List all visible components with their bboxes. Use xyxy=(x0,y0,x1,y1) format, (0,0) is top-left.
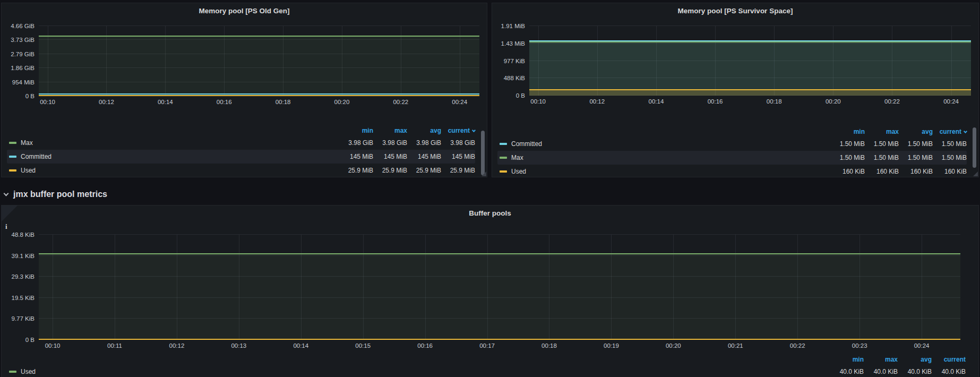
legend-series-name[interactable]: Used xyxy=(21,368,36,375)
legend-header-min[interactable]: min xyxy=(831,128,865,135)
legend-series-name[interactable]: Committed xyxy=(511,140,542,148)
legend-series-swatch[interactable] xyxy=(500,170,507,173)
legend-header-max[interactable]: max xyxy=(865,128,899,135)
legend-value-avg: 40.0 KiB xyxy=(898,368,932,375)
x-tick-label: 00:10 xyxy=(530,98,546,105)
x-tick-label: 00:12 xyxy=(99,99,114,105)
legend-value-avg: 160 KiB xyxy=(899,168,933,175)
chart-plot-area[interactable]: 0 B954 MiB1.86 GiB2.79 GiB3.73 GiB4.66 G… xyxy=(39,26,479,96)
legend-series-name[interactable]: Used xyxy=(511,168,526,175)
legend-series-swatch[interactable] xyxy=(9,156,16,158)
y-tick-label: 954 MiB xyxy=(4,79,35,86)
legend-series-swatch[interactable] xyxy=(500,157,507,159)
legend-series-swatch[interactable] xyxy=(500,143,507,145)
legend-header-current[interactable]: current xyxy=(933,128,967,135)
legend-series-name[interactable]: Used xyxy=(21,167,36,174)
y-tick-label: 977 KiB xyxy=(494,57,525,65)
y-tick-label: 1.43 MiB xyxy=(494,40,525,47)
series-line-used xyxy=(529,89,971,90)
y-tick-label: 1.86 GiB xyxy=(4,64,35,72)
x-tick-label: 00:18 xyxy=(767,98,782,105)
legend-series-name[interactable]: Max xyxy=(511,154,523,161)
x-tick-label: 00:21 xyxy=(728,342,743,349)
legend-header-max[interactable]: max xyxy=(373,127,407,134)
series-line-max xyxy=(39,36,479,37)
x-tick-label: 00:16 xyxy=(217,99,232,105)
legend-header-min[interactable]: min xyxy=(339,127,373,134)
y-tick-label: 0 B xyxy=(4,336,35,344)
y-tick-label: 2.79 GiB xyxy=(4,50,35,58)
gridline-y xyxy=(529,25,971,26)
x-tick-label: 00:17 xyxy=(479,342,495,349)
legend-value-min: 1.50 MiB xyxy=(831,154,865,161)
legend-row: Used160 KiB160 KiB160 KiB160 KiB xyxy=(497,165,967,178)
legend-series-used[interactable]: Used xyxy=(497,168,831,175)
legend-row: Committed1.50 MiB1.50 MiB1.50 MiB1.50 Mi… xyxy=(497,137,967,151)
series-fill-used xyxy=(39,254,960,340)
info-icon: i xyxy=(5,222,7,231)
panel-title[interactable]: Memory pool [PS Old Gen] xyxy=(2,4,487,18)
legend: minmaxavgcurrentMax3.98 GiB3.98 GiB3.98 … xyxy=(7,125,475,177)
legend-series-max[interactable]: Max xyxy=(497,154,831,161)
legend-series-max[interactable]: Max xyxy=(7,139,339,147)
grafana-dashboard: Memory pool [PS Old Gen] 0 B954 MiB1.86 … xyxy=(0,0,980,377)
x-tick-label: 00:18 xyxy=(276,99,291,105)
legend-value-avg: 25.9 MiB xyxy=(407,167,441,174)
legend-value-current: 160 KiB xyxy=(933,168,967,175)
x-tick-label: 00:20 xyxy=(826,98,841,105)
legend-header-row: minmaxavgcurrent xyxy=(497,126,967,137)
legend-value-max: 25.9 MiB xyxy=(373,167,407,174)
x-tick-label: 00:22 xyxy=(393,99,408,105)
panel-memory-pool-ps-old-gen: Memory pool [PS Old Gen] 0 B954 MiB1.86 … xyxy=(1,3,487,177)
legend-series-swatch[interactable] xyxy=(9,371,16,373)
panel-title[interactable]: Memory pool [PS Survivor Space] xyxy=(492,4,978,18)
panel-title[interactable]: Buffer pools xyxy=(2,207,978,220)
legend-series-committed[interactable]: Committed xyxy=(7,153,339,160)
y-tick-label: 48.8 KiB xyxy=(4,231,35,238)
legend-header-max[interactable]: max xyxy=(864,356,898,363)
legend-header-avg[interactable]: avg xyxy=(899,128,933,135)
legend-series-committed[interactable]: Committed xyxy=(497,140,831,148)
x-tick-label: 00:16 xyxy=(417,342,433,349)
x-tick-label: 00:13 xyxy=(231,342,246,349)
x-tick-label: 00:14 xyxy=(293,342,308,349)
legend-series-swatch[interactable] xyxy=(9,142,16,144)
x-tick-label: 00:18 xyxy=(541,342,557,349)
chevron-down-icon xyxy=(4,191,9,196)
x-tick-label: 00:23 xyxy=(852,342,867,349)
legend-value-max: 1.50 MiB xyxy=(865,154,899,161)
legend-value-min: 3.98 GiB xyxy=(339,139,373,147)
legend-value-current: 3.98 GiB xyxy=(441,139,475,147)
x-tick-label: 00:14 xyxy=(649,98,664,105)
legend-scrollbar[interactable] xyxy=(481,131,485,175)
legend-value-max: 1.50 MiB xyxy=(865,140,899,148)
row-header-jmx-buffer-pool-metrics[interactable]: jmx buffer pool metrics xyxy=(4,187,107,202)
panel-resize-handle[interactable] xyxy=(973,172,978,176)
legend-header-avg[interactable]: avg xyxy=(898,356,932,363)
series-fill-max xyxy=(39,36,479,96)
legend-header-min[interactable]: min xyxy=(830,356,864,363)
legend-series-used[interactable]: Used xyxy=(7,167,339,174)
legend-value-max: 145 MiB xyxy=(373,153,407,160)
legend-value-max: 160 KiB xyxy=(865,168,899,175)
legend-value-min: 1.50 MiB xyxy=(831,140,865,148)
panel-memory-pool-ps-survivor-space: Memory pool [PS Survivor Space] 0 B488 K… xyxy=(492,3,979,177)
x-tick-label: 00:20 xyxy=(334,99,350,105)
legend-series-used[interactable]: Used xyxy=(7,368,830,375)
legend-series-name[interactable]: Committed xyxy=(21,153,51,160)
legend-series-name[interactable]: Max xyxy=(21,139,33,147)
legend-value-min: 160 KiB xyxy=(831,168,865,175)
legend-scrollbar[interactable] xyxy=(973,127,976,168)
chart-plot-area[interactable]: 0 B9.77 KiB19.5 KiB29.3 KiB39.1 KiB48.8 … xyxy=(39,235,960,340)
y-tick-label: 488 KiB xyxy=(494,74,525,82)
legend-header-current[interactable]: current xyxy=(441,127,475,134)
legend-header-current[interactable]: current xyxy=(932,356,966,363)
panel-buffer-pools: i Buffer pools 0 B9.77 KiB19.5 KiB29.3 K… xyxy=(1,205,979,377)
series-fill-used xyxy=(529,90,971,96)
panel-resize-handle[interactable] xyxy=(482,172,486,176)
chart-plot-area[interactable]: 0 B488 KiB977 KiB1.43 MiB1.91 MiB00:1000… xyxy=(529,26,971,96)
legend-header-avg[interactable]: avg xyxy=(407,127,441,134)
chevron-down-icon xyxy=(964,130,967,133)
legend-value-max: 40.0 KiB xyxy=(864,368,898,375)
legend-series-swatch[interactable] xyxy=(9,169,16,172)
